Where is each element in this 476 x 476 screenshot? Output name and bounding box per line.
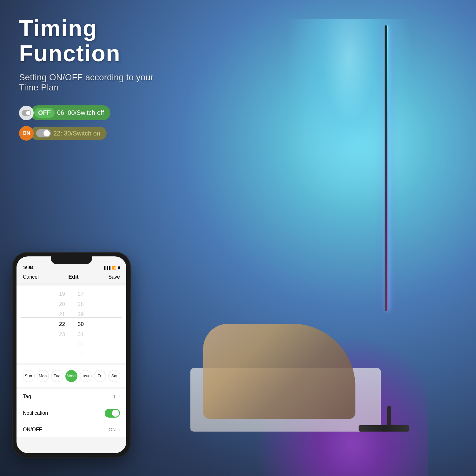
day-tue[interactable]: Tue bbox=[51, 370, 63, 382]
save-button[interactable]: Save bbox=[109, 274, 120, 280]
onoff-value-area: ON › bbox=[109, 427, 120, 433]
volume-down-button bbox=[11, 299, 13, 310]
signal-icon: ▐▐▐ bbox=[103, 266, 110, 270]
day-mon[interactable]: Mon bbox=[37, 370, 49, 382]
day-label: Wed bbox=[67, 374, 76, 378]
tag-label: Tag bbox=[23, 394, 31, 400]
day-label: Tue bbox=[54, 374, 61, 378]
phone-notch bbox=[51, 256, 92, 264]
onoff-label: ON/OFF bbox=[23, 427, 42, 433]
picker-num: 28 bbox=[78, 300, 84, 309]
on-toggle-knob[interactable] bbox=[36, 129, 51, 137]
day-label: Sat bbox=[111, 374, 118, 378]
cancel-button[interactable]: Cancel bbox=[23, 274, 39, 280]
lamp-base bbox=[359, 425, 409, 432]
picker-num: 32 bbox=[78, 340, 84, 349]
day-thur[interactable]: Thur bbox=[80, 370, 92, 382]
picker-area: 19 20 21 22 23 27 28 29 30 31 32 bbox=[17, 286, 126, 363]
tag-value: 1 bbox=[113, 394, 116, 399]
power-button bbox=[130, 291, 131, 310]
day-sun[interactable]: Sun bbox=[23, 370, 35, 382]
phone-screen: 16:54 ▐▐▐ 📶 ▮ Cancel Edit Save bbox=[17, 256, 126, 453]
chevron-right-icon: › bbox=[118, 394, 120, 400]
off-toggle-row: OFF 06: 00/Switch off bbox=[19, 105, 171, 120]
silent-button bbox=[11, 275, 13, 284]
cyan-glow bbox=[286, 19, 413, 209]
phone-container: 16:54 ▐▐▐ 📶 ▮ Cancel Edit Save bbox=[13, 253, 130, 457]
volume-up-button bbox=[11, 284, 13, 295]
day-sat[interactable]: Sat bbox=[108, 370, 120, 382]
picker-num: 27 bbox=[78, 289, 84, 299]
picker-num: 20 bbox=[59, 300, 65, 309]
knob-dot bbox=[43, 130, 50, 136]
off-pill[interactable]: OFF 06: 00/Switch off bbox=[30, 105, 110, 120]
tag-value-area: 1 › bbox=[113, 394, 120, 400]
on-circle-label: ON bbox=[23, 130, 30, 136]
content-area: Timing Function Setting ON/OFF according… bbox=[0, 0, 190, 162]
off-time: 06: 00/Switch off bbox=[57, 109, 104, 116]
picker-num: 19 bbox=[59, 289, 65, 299]
toggle-dot bbox=[112, 410, 119, 417]
day-label: Mon bbox=[39, 374, 47, 378]
tag-row[interactable]: Tag 1 › bbox=[17, 389, 126, 404]
notification-toggle[interactable] bbox=[105, 409, 120, 418]
edit-title: Edit bbox=[69, 274, 79, 280]
onoff-value: ON bbox=[109, 427, 116, 432]
day-wed[interactable]: Wed bbox=[65, 370, 77, 382]
day-label: Sun bbox=[25, 374, 32, 378]
nav-bar: Cancel Edit Save bbox=[17, 271, 126, 284]
days-row: Sun Mon Tue Wed Thur Fri Sat bbox=[17, 365, 126, 387]
day-label: Fri bbox=[98, 374, 102, 378]
picker-num: 33 bbox=[78, 350, 84, 360]
onoff-row[interactable]: ON/OFF ON › bbox=[17, 422, 126, 437]
off-label: OFF bbox=[34, 108, 55, 118]
on-time: 22: 30/Switch on bbox=[53, 130, 100, 137]
main-title: Timing Function bbox=[19, 16, 171, 66]
day-fri[interactable]: Fri bbox=[94, 370, 106, 382]
main-subtitle: Setting ON/OFF according to your Time Pl… bbox=[19, 72, 171, 93]
on-pill[interactable]: 22: 30/Switch on bbox=[30, 127, 107, 140]
on-circle: ON bbox=[19, 126, 34, 141]
day-label: Thur bbox=[82, 374, 89, 378]
settings-section: Tag 1 › Notification ON/OFF ON bbox=[17, 389, 126, 437]
notification-row[interactable]: Notification bbox=[17, 404, 126, 422]
off-circle bbox=[19, 106, 34, 120]
phone-mockup: 16:54 ▐▐▐ 📶 ▮ Cancel Edit Save bbox=[13, 253, 130, 457]
lamp-pole bbox=[385, 25, 387, 311]
picker-wrapper: 19 20 21 22 23 27 28 29 30 31 32 bbox=[17, 289, 126, 360]
status-time: 16:54 bbox=[23, 265, 33, 270]
picker-highlight bbox=[21, 317, 122, 331]
status-bar: 16:54 ▐▐▐ 📶 ▮ bbox=[17, 264, 126, 271]
battery-icon: ▮ bbox=[118, 266, 120, 270]
notification-label: Notification bbox=[23, 410, 48, 416]
chevron-right-icon-2: › bbox=[118, 427, 120, 433]
wifi-icon: 📶 bbox=[112, 266, 116, 270]
on-toggle-row: ON 22: 30/Switch on bbox=[19, 126, 171, 141]
status-icons: ▐▐▐ 📶 ▮ bbox=[103, 266, 120, 270]
